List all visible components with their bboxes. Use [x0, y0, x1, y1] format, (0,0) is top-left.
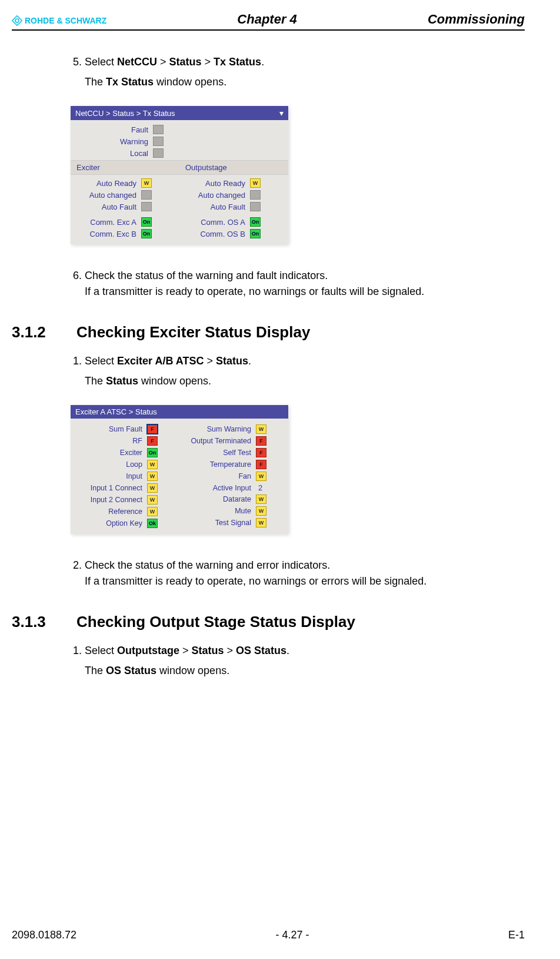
exciter-status-body: Sum FaultFRFFExciterOnLoopWInputWInput 1…: [71, 419, 288, 534]
s3121-follow-prefix: The: [85, 375, 106, 387]
status-label: Reference: [71, 507, 147, 516]
s3121-path2: Status: [216, 355, 248, 367]
status-label: Input 2 Connect: [71, 496, 147, 504]
outputstage-header: Outputstage: [179, 161, 288, 174]
status-row: Self TestF: [179, 447, 288, 459]
brand-logo: ROHDE & SCHWARZ: [12, 15, 106, 27]
status-row: Option KeyOk: [71, 517, 179, 529]
status-row: Sum WarningW: [179, 423, 288, 435]
status-row: TemperatureF: [179, 459, 288, 470]
page-footer: 2098.0188.72 - 4.27 - E-1: [12, 929, 525, 941]
exciter-right-column: Sum WarningWOutput TerminatedFSelf TestF…: [179, 423, 288, 529]
exciter-status-panel: Exciter A ATSC > Status Sum FaultFRFFExc…: [71, 405, 288, 534]
status-label: Option Key: [71, 519, 147, 527]
status-label: Fault: [71, 125, 153, 134]
indicator-icon: F: [256, 436, 266, 446]
dropdown-icon[interactable]: ▾: [279, 108, 284, 118]
chapter-title: Chapter 4: [106, 12, 428, 27]
status-label: RF: [71, 437, 147, 445]
indicator-icon: W: [147, 507, 158, 516]
status-label: Comm. Exc B: [71, 230, 141, 238]
step-5: Select NetCCU > Status > Tx Status.: [85, 54, 525, 70]
indicator-icon: F: [256, 448, 266, 457]
status-label: Loop: [71, 460, 147, 469]
page-header: ROHDE & SCHWARZ Chapter 4 Commissioning: [12, 12, 525, 31]
indicator-icon: W: [147, 483, 158, 493]
indicator-icon: W: [256, 424, 266, 434]
exciter-status-titlebar[interactable]: Exciter A ATSC > Status: [71, 405, 288, 419]
step-313-1-follow: The OS Status window opens.: [85, 665, 525, 677]
exciter-header: Exciter: [71, 161, 179, 174]
indicator-icon: [153, 137, 164, 146]
indicator-icon: On: [141, 217, 152, 227]
s3131-follow-prefix: The: [85, 665, 106, 676]
step5-prefix: Select: [85, 56, 117, 68]
step-312-1-follow: The Status window opens.: [85, 375, 525, 387]
step-313-1: Select Outputstage > Status > OS Status.: [85, 643, 525, 659]
status-row: Auto Fault: [71, 201, 179, 213]
status-label: Output Terminated: [179, 437, 256, 445]
status-row: Auto ReadyW: [179, 177, 288, 189]
status-row: RFF: [71, 435, 179, 447]
document-title: Commissioning: [428, 12, 525, 27]
status-label: Active Input: [179, 484, 256, 492]
s3131-prefix: Select: [85, 645, 117, 656]
status-label: Test Signal: [179, 519, 256, 527]
status-row: InputW: [71, 470, 179, 482]
status-row: Sum FaultF: [71, 423, 179, 435]
s3131-path1: Outputstage: [117, 645, 179, 656]
s3121-prefix: Select: [85, 355, 117, 367]
status-label: Auto changed: [179, 191, 250, 200]
tx-status-body: Auto ReadyWAuto changedAuto FaultComm. E…: [71, 175, 288, 244]
s3131-path2: Status: [192, 645, 224, 656]
status-row: Auto changed: [179, 189, 288, 201]
status-label: Mute: [179, 507, 256, 515]
indicator-icon: [141, 202, 152, 211]
status-label: Auto Ready: [179, 179, 250, 188]
status-row: Comm. Exc BOn: [71, 228, 179, 240]
steps-list-a: Select NetCCU > Status > Tx Status.: [71, 54, 525, 70]
status-row: Output TerminatedF: [179, 435, 288, 447]
indicator-icon: F: [147, 424, 158, 434]
status-row: LoopW: [71, 459, 179, 470]
status-label: Local: [71, 149, 153, 158]
tx-status-top-block: FaultWarningLocal: [71, 120, 288, 160]
s3122-line2: If a transmitter is ready to operate, no…: [85, 575, 426, 587]
s3121-path1: Exciter A/B ATSC: [117, 355, 204, 367]
s3131-follow-suffix: window opens.: [156, 665, 229, 676]
tx-status-titlebar[interactable]: NetCCU > Status > Tx Status ▾: [71, 106, 288, 120]
indicator-icon: W: [147, 472, 158, 481]
indicator-icon: W: [256, 506, 266, 516]
status-label: Exciter: [71, 449, 147, 457]
tx-status-panel: NetCCU > Status > Tx Status ▾ FaultWarni…: [71, 106, 288, 244]
step5-follow: The Tx Status window opens.: [85, 76, 525, 88]
status-label: Comm. Exc A: [71, 218, 141, 227]
status-row: Auto ReadyW: [71, 177, 179, 189]
status-row: Local: [71, 147, 288, 159]
status-row: Comm. Exc AOn: [71, 216, 179, 228]
s3121-follow-bold: Status: [106, 375, 138, 387]
indicator-icon: W: [256, 472, 266, 481]
brand-text: ROHDE & SCHWARZ: [25, 16, 106, 25]
exciter-left-column: Sum FaultFRFFExciterOnLoopWInputWInput 1…: [71, 423, 179, 529]
indicator-icon: [153, 125, 164, 134]
step-312-1: Select Exciter A/B ATSC > Status.: [85, 353, 525, 369]
indicator-icon: F: [256, 460, 266, 469]
status-label: Warning: [71, 137, 153, 146]
section-312-heading: 3.1.2 Checking Exciter Status Display: [12, 323, 525, 341]
status-row: Comm. OS BOn: [179, 228, 288, 240]
step5-path2: Status: [169, 56, 202, 68]
step5-follow-prefix: The: [85, 76, 106, 88]
indicator-icon: [141, 190, 152, 200]
indicator-icon: On: [147, 448, 158, 457]
section-313-heading: 3.1.3 Checking Output Stage Status Displ…: [12, 613, 525, 631]
status-row: Test SignalW: [179, 517, 288, 529]
status-row: Auto changed: [71, 189, 179, 201]
step5-path3: Tx Status: [214, 56, 261, 68]
section-313-num: 3.1.3: [12, 613, 59, 631]
step5-follow-bold: Tx Status: [106, 76, 154, 88]
step5-follow-suffix: window opens.: [154, 76, 226, 88]
status-row: Fault: [71, 124, 288, 135]
steps-list-e: Select Outputstage > Status > OS Status.: [71, 643, 525, 659]
status-row: ExciterOn: [71, 447, 179, 459]
